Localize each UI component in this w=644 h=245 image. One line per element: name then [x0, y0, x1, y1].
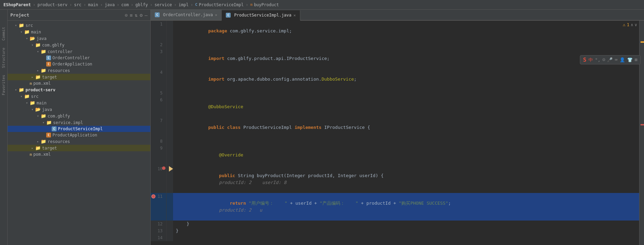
tree-item-src-1[interactable]: ▾ 📁 src — [8, 22, 150, 29]
tree-item-com-gblfy-2[interactable]: ▾ 📁 com.gblfy — [8, 113, 150, 119]
line-gutter — [166, 96, 173, 117]
editor-area: C OrderController.java ✕ C ProductServic… — [151, 10, 644, 245]
line-code[interactable]: } — [173, 221, 644, 227]
tab-close-icon[interactable]: ✕ — [293, 13, 296, 18]
breadcrumb-src[interactable]: src — [74, 2, 82, 7]
tree-item-order-controller[interactable]: C OrderController — [8, 55, 150, 61]
line-number: 9 — [151, 145, 166, 165]
code-text: com.gblfy.product.api.IProductService; — [224, 56, 330, 61]
arrow-icon: ▾ — [19, 30, 24, 34]
code-line-5: 5 — [151, 90, 644, 96]
tree-item-pom-2[interactable]: m pom.xml — [8, 151, 150, 157]
code-editor[interactable]: ⚠ 1 ∧ ∨ S 中 °, ☺ 🎤 ⌨ 👤 👕 ⊞ — [151, 21, 644, 245]
warning-nav-down[interactable]: ∨ — [635, 22, 637, 27]
breadcrumb-classname[interactable]: ProductServiceImpl — [199, 2, 244, 7]
code-line-8: 8 — [151, 138, 644, 145]
line-code[interactable]: @DubboService — [173, 96, 644, 117]
folder-icon: 📁 — [24, 29, 30, 34]
tab-order-controller[interactable]: C OrderController.java ✕ — [151, 10, 222, 20]
sidebar-favorites-label[interactable]: Favorites — [1, 75, 6, 95]
tab-close-icon[interactable]: ✕ — [215, 13, 218, 17]
error-marker — [641, 124, 644, 125]
tree-label: service.impl — [53, 120, 83, 125]
arrow-icon: ▾ — [30, 43, 35, 47]
breadcrumb-gblfy[interactable]: gblfy — [135, 2, 148, 7]
tree-item-com-gblfy[interactable]: ▾ 📁 com.gblfy — [8, 42, 150, 48]
code-text: + userId + — [287, 201, 320, 206]
tree-item-java[interactable]: ▾ 📂 java — [8, 35, 150, 42]
code-table: 1 package com.gblfy.service.impl; 2 3 — [151, 21, 644, 241]
folder-icon: 📁 — [41, 49, 46, 54]
panel-icon-settings[interactable]: ⚙ — [140, 12, 142, 18]
breadcrumb-module[interactable]: product-serv — [38, 2, 68, 7]
xml-icon: m — [30, 152, 32, 157]
line-gutter — [166, 193, 173, 221]
tree-item-order-app[interactable]: C OrderAppliaction — [8, 61, 150, 67]
folder-icon: 📁 — [19, 23, 24, 28]
tree-item-main[interactable]: ▾ 📁 main — [8, 29, 150, 35]
tree-item-main-2[interactable]: ▾ 📁 main — [8, 100, 150, 106]
breadcrumb-java[interactable]: java — [105, 2, 115, 7]
panel-icon-minimize[interactable]: — — [145, 12, 148, 18]
tree-label: main — [31, 30, 41, 34]
panel-icon-expand[interactable]: ⇅ — [135, 12, 138, 18]
tab-label: ProductServiceImpl.java — [234, 13, 291, 18]
warning-nav-up[interactable]: ∧ — [631, 22, 633, 27]
code-line-13: 13 } — [151, 227, 644, 234]
line-code[interactable] — [173, 138, 644, 145]
tree-item-target-1[interactable]: ▸ 📁 target — [8, 74, 150, 80]
line-number: 6 — [151, 96, 166, 117]
tree-item-resources-2[interactable]: ▸ 📁 resources — [8, 138, 150, 145]
warning-count: 1 — [627, 22, 629, 27]
breadcrumb-impl[interactable]: impl — [179, 2, 189, 7]
tab-java-icon: C — [226, 13, 231, 18]
scroll-indicator-bar — [639, 21, 644, 245]
line-code[interactable]: public class ProductServiceImpl implemen… — [173, 117, 644, 138]
annotation: DubboService — [322, 76, 354, 82]
tree-label: target — [42, 75, 57, 80]
line-code[interactable]: @Override — [173, 145, 644, 165]
line-code[interactable]: import org.apache.dubbo.config.annotatio… — [173, 69, 644, 90]
breadcrumb-main[interactable]: main — [88, 2, 98, 7]
panel-icon-sort[interactable]: ≡ — [130, 12, 132, 18]
line-number: 5 — [151, 90, 166, 96]
keyword: public — [219, 173, 235, 178]
line-code[interactable]: public String buyProduct(Integer product… — [173, 165, 644, 193]
tree-item-controller[interactable]: ▾ 📁 controller — [8, 48, 150, 55]
line-code[interactable] — [173, 90, 644, 96]
tree-item-product-serv[interactable]: ▾ 📁 product-serv — [8, 86, 150, 93]
panel-icon-layout[interactable]: ⊙ — [125, 12, 128, 18]
tree-item-pom-1[interactable]: m pom.xml — [8, 80, 150, 86]
tree-label: java — [37, 36, 47, 41]
tab-product-service-impl[interactable]: C ProductServiceImpl.java ✕ — [222, 10, 300, 21]
tree-item-src-2[interactable]: ▾ 📁 src — [8, 93, 150, 100]
sidebar-structure-label[interactable]: Structure — [1, 48, 6, 68]
breadcrumb-com[interactable]: com — [121, 2, 129, 7]
tree-item-service-impl[interactable]: ▾ 📁 service.impl — [8, 119, 150, 126]
line-number: 10 — [151, 165, 166, 193]
panel-header: Project ⊙ ≡ ⇅ ⚙ — — [8, 10, 150, 21]
line-code[interactable]: package com.gblfy.service.impl; — [173, 21, 644, 41]
tree-item-product-service-impl[interactable]: C ProductServiceImpl — [8, 126, 150, 132]
line-code[interactable] — [173, 234, 644, 241]
line-code[interactable]: return "用户编号： " + userId + "产品编码： " + pr… — [173, 193, 644, 221]
tree-item-java-2[interactable]: ▾ 📂 java — [8, 106, 150, 113]
tree-item-target-2[interactable]: ▸ 📁 target — [8, 145, 150, 151]
breadcrumb-method[interactable]: buyProduct — [254, 2, 279, 7]
tree-item-resources-1[interactable]: ▸ 📁 resources — [8, 67, 150, 74]
arrow-icon: ▾ — [24, 101, 30, 105]
code-line-2: 2 — [151, 41, 644, 48]
ime-sep: °, — [595, 57, 601, 62]
breadcrumb-project[interactable]: EShopParent — [3, 2, 31, 7]
tree-label: OrderController — [52, 55, 90, 60]
breadcrumb-service[interactable]: service — [154, 2, 172, 7]
line-code[interactable]: } — [173, 227, 644, 234]
sidebar-commit-label[interactable]: Commit — [1, 27, 6, 41]
file-tree: ▾ 📁 src ▾ 📁 main ▾ 📂 java ▾ 📁 com.gblfy — [8, 21, 150, 245]
line-code[interactable] — [173, 41, 644, 48]
line-code[interactable]: import com.gblfy.product.api.IProductSer… — [173, 48, 644, 69]
tree-item-product-app[interactable]: C ProductApplication — [8, 132, 150, 138]
annotation: @Override — [219, 152, 243, 157]
string-literal: "用户编号： " — [249, 201, 287, 206]
tree-label: com.gblfy — [48, 114, 70, 119]
